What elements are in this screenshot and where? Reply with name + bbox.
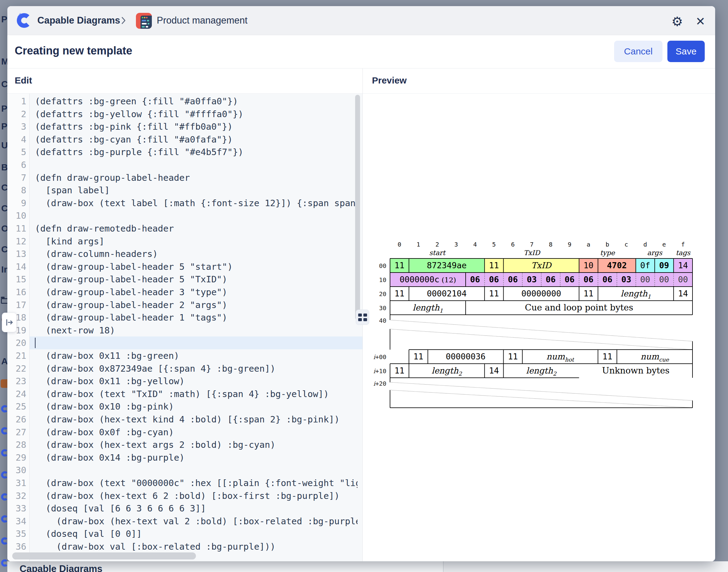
svg-text:f: f: [681, 241, 685, 248]
line-number: 5: [7, 146, 26, 158]
line-number: 9: [7, 197, 26, 210]
svg-text:Cue and loop point bytes: Cue and loop point bytes: [525, 302, 633, 312]
svg-text:06: 06: [564, 275, 574, 284]
line-number: 26: [7, 413, 26, 426]
breadcrumb-app[interactable]: Capable Diagrams: [37, 15, 120, 26]
code-line: (defn draw-remotedb-header: [35, 222, 358, 235]
line-number: 28: [7, 438, 26, 451]
dialog-title-row: Creating new template Cancel Save: [7, 35, 715, 69]
active-line-highlight: [30, 337, 362, 349]
svg-text:2: 2: [435, 241, 439, 248]
cancel-button[interactable]: Cancel: [614, 41, 663, 62]
svg-text:11: 11: [603, 352, 613, 361]
line-number: 4: [7, 133, 26, 146]
preview-panel: 0123456789abcdefstartTxIDtypeargstags001…: [363, 93, 715, 561]
code-line: (defattrs :bg-green {:fill "#a0ffa0"}): [35, 95, 358, 108]
line-number: 24: [7, 387, 26, 401]
line-number: 31: [7, 477, 26, 489]
svg-text:1: 1: [417, 241, 420, 248]
line-number: 16: [7, 286, 26, 298]
svg-text:length1: length1: [413, 303, 443, 314]
expand-sidebar-button[interactable]: [2, 312, 16, 332]
code-line: (draw-box 0x10 :bg-pink): [35, 400, 358, 413]
line-number: 22: [7, 362, 26, 375]
line-number: 27: [7, 426, 26, 439]
svg-text:c: c: [624, 241, 628, 248]
code-editor[interactable]: 1(defattrs :bg-green {:fill "#a0ffa0"})2…: [7, 93, 362, 561]
code-line: (draw-box 0x11 :bg-yellow): [35, 375, 358, 387]
svg-text:06: 06: [546, 275, 556, 284]
panel-headers: Edit Preview: [7, 69, 715, 93]
line-number: 29: [7, 451, 26, 464]
line-number: 2: [7, 108, 26, 121]
close-icon: ✕: [695, 15, 705, 28]
dialog-header: Capable Diagrams Product management: [7, 6, 715, 35]
svg-text:06: 06: [584, 275, 594, 284]
edit-panel-title: Edit: [15, 75, 32, 86]
svg-text:03: 03: [621, 275, 631, 284]
svg-text:14: 14: [678, 261, 688, 270]
background-bottom-right-panel: [443, 561, 728, 572]
line-number: 25: [7, 400, 26, 413]
chevron-right-icon: [121, 16, 126, 24]
line-number: 11: [7, 222, 26, 235]
save-button[interactable]: Save: [667, 41, 705, 62]
code-line: (draw-box (hex-text 6 2 :bold) [:box-fir…: [35, 489, 358, 502]
close-button[interactable]: ✕: [692, 13, 709, 29]
svg-text:args: args: [647, 249, 663, 257]
code-line: (draw-box (hex-text kind 4 :bold) [{:spa…: [35, 413, 358, 426]
gutter-separator: [29, 93, 30, 561]
svg-text:length2: length2: [432, 366, 463, 377]
line-number: 23: [7, 375, 26, 387]
svg-text:type: type: [600, 249, 615, 257]
editor-vertical-scrollbar[interactable]: [355, 95, 360, 320]
editor-horizontal-scrollbar[interactable]: [12, 553, 196, 560]
svg-text:TxID: TxID: [524, 249, 541, 257]
svg-text:14: 14: [678, 289, 688, 298]
svg-text:10: 10: [379, 276, 386, 284]
svg-text:3: 3: [454, 241, 458, 248]
line-number: 13: [7, 247, 26, 260]
code-line: (doseq [val [6 6 3 6 6 6 6 3]]: [35, 502, 358, 515]
code-line: (draw-box (hex-text val 2 :bold) [:box-r…: [35, 515, 358, 528]
code-line: (doseq [val [0 0]]: [35, 527, 358, 540]
code-line: (defattrs :bg-cyan {:fill "#a0fafa"}): [35, 133, 358, 146]
svg-text:06: 06: [508, 275, 518, 284]
new-template-dialog: Capable Diagrams Product management: [7, 6, 715, 561]
line-number: 6: [7, 158, 26, 171]
svg-text:11: 11: [395, 261, 405, 270]
svg-text:11: 11: [489, 289, 499, 298]
code-line: (draw-group-label-header 1 "tags"): [35, 311, 358, 324]
sidebar-expand-icon: [5, 318, 13, 327]
svg-text:length2: length2: [526, 366, 557, 377]
code-line: (next-row 18): [35, 324, 358, 337]
settings-button[interactable]: ⚙: [669, 13, 685, 29]
svg-text:11: 11: [508, 352, 518, 361]
line-number: 21: [7, 349, 26, 362]
svg-text:11: 11: [395, 289, 405, 298]
preview-panel-title: Preview: [372, 75, 407, 86]
svg-text:i+10: i+10: [373, 367, 386, 375]
code-line: [kind args]: [35, 235, 358, 248]
svg-text:00: 00: [678, 275, 688, 284]
svg-text:i+20: i+20: [373, 380, 386, 387]
code-line: (draw-group-label-header 3 "type"): [35, 286, 358, 298]
svg-text:11: 11: [584, 289, 594, 298]
svg-text:4702: 4702: [607, 261, 627, 270]
code-line: (draw-group-label-header 5 "start"): [35, 260, 358, 273]
svg-text:00: 00: [379, 262, 386, 270]
svg-text:06: 06: [470, 275, 480, 284]
divider-drag-handle[interactable]: [356, 309, 369, 325]
page: PrMClPrPrUIByCaCaOuClInCrAP Capable Diag…: [0, 0, 728, 572]
svg-text:0: 0: [398, 241, 401, 248]
svg-text:20: 20: [379, 290, 386, 298]
svg-text:40: 40: [379, 317, 386, 324]
svg-text:11: 11: [489, 261, 499, 270]
breadcrumb-page[interactable]: Product management: [157, 15, 247, 26]
capable-logo-icon: [16, 12, 32, 29]
page-title: Creating new template: [15, 44, 132, 57]
line-number: 8: [7, 184, 26, 197]
svg-text:00000036: 00000036: [446, 352, 486, 361]
svg-text:8: 8: [549, 241, 553, 248]
background-app-title: Capable Diagrams: [19, 563, 103, 572]
